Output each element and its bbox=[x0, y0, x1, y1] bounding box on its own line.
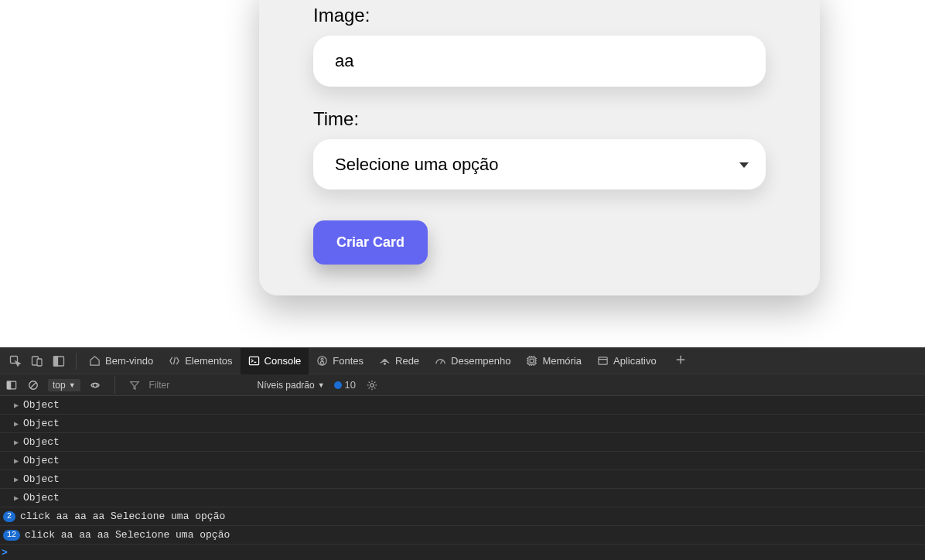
console-row-object[interactable]: ▶Object bbox=[0, 396, 925, 415]
console-output: ▶Object▶Object▶Object▶Object▶Object▶Obje… bbox=[0, 396, 925, 560]
tab-welcome-label: Bem-vindo bbox=[105, 355, 153, 367]
inspect-icon[interactable] bbox=[9, 355, 22, 367]
console-row-object[interactable]: ▶Object bbox=[0, 489, 925, 507]
tab-network[interactable]: Rede bbox=[371, 348, 427, 374]
object-label: Object bbox=[23, 473, 60, 485]
svg-rect-4 bbox=[54, 357, 58, 366]
issues-count: 10 bbox=[345, 379, 356, 391]
expand-arrow-icon[interactable]: ▶ bbox=[14, 456, 19, 466]
tab-elements[interactable]: Elementos bbox=[161, 348, 240, 374]
chevron-down-icon: ▼ bbox=[318, 381, 325, 389]
console-filter-input[interactable] bbox=[149, 380, 211, 391]
console-row-object[interactable]: ▶Object bbox=[0, 470, 925, 489]
svg-rect-9 bbox=[528, 357, 535, 364]
console-toolbar: top ▼ Níveis padrão ▼ 10 bbox=[0, 374, 925, 396]
tab-welcome[interactable]: Bem-vindo bbox=[81, 348, 161, 374]
separator bbox=[76, 353, 77, 370]
clear-console-icon[interactable] bbox=[26, 380, 40, 391]
devtools-panel: Bem-vindo Elementos Console Fontes Rede … bbox=[0, 347, 925, 560]
page-area: Image: Time: Selecione uma opção Criar C… bbox=[0, 0, 925, 347]
add-tab-button[interactable] bbox=[669, 354, 692, 367]
expand-arrow-icon[interactable]: ▶ bbox=[14, 401, 19, 410]
object-label: Object bbox=[23, 455, 60, 466]
tab-application[interactable]: Aplicativo bbox=[589, 348, 664, 374]
tab-console-label: Console bbox=[265, 355, 302, 367]
card-form: Image: Time: Selecione uma opção Criar C… bbox=[259, 0, 820, 295]
tab-application-label: Aplicativo bbox=[613, 355, 657, 367]
device-toggle-icon[interactable] bbox=[31, 355, 43, 367]
object-label: Object bbox=[23, 418, 60, 429]
console-row-object[interactable]: ▶Object bbox=[0, 452, 925, 470]
svg-rect-13 bbox=[7, 381, 10, 389]
live-expression-icon[interactable] bbox=[88, 380, 102, 391]
svg-point-7 bbox=[321, 358, 323, 360]
console-prompt[interactable]: > bbox=[0, 545, 925, 560]
svg-point-8 bbox=[384, 363, 386, 364]
context-label: top bbox=[53, 380, 66, 391]
tab-performance[interactable]: Desempenho bbox=[427, 348, 518, 374]
tab-memory[interactable]: Memória bbox=[518, 348, 589, 374]
levels-label: Níveis padrão bbox=[258, 380, 315, 391]
svg-rect-11 bbox=[599, 357, 607, 364]
svg-rect-5 bbox=[249, 357, 258, 364]
time-select[interactable]: Selecione uma opção bbox=[313, 139, 766, 190]
tab-elements-label: Elementos bbox=[185, 355, 232, 367]
console-row-log[interactable]: 2click aa aa aa Selecione uma opção bbox=[0, 507, 925, 526]
log-text: click aa aa aa Selecione uma opção bbox=[20, 510, 225, 522]
svg-point-16 bbox=[370, 383, 374, 386]
separator bbox=[114, 377, 115, 394]
object-label: Object bbox=[23, 492, 60, 504]
dock-side-icon[interactable] bbox=[53, 355, 65, 367]
filter-icon bbox=[128, 380, 142, 391]
log-count-badge: 12 bbox=[3, 530, 20, 541]
svg-point-15 bbox=[93, 383, 97, 387]
tab-memory-label: Memória bbox=[542, 355, 582, 367]
log-count-badge: 2 bbox=[3, 511, 15, 522]
image-label: Image: bbox=[313, 5, 766, 26]
tab-network-label: Rede bbox=[395, 355, 419, 367]
tab-sources-label: Fontes bbox=[333, 355, 364, 367]
expand-arrow-icon[interactable]: ▶ bbox=[14, 438, 19, 447]
tab-sources[interactable]: Fontes bbox=[309, 348, 371, 374]
tab-performance-label: Desempenho bbox=[451, 355, 510, 367]
console-row-object[interactable]: ▶Object bbox=[0, 415, 925, 433]
devtools-tabs: Bem-vindo Elementos Console Fontes Rede … bbox=[0, 348, 925, 374]
log-levels-selector[interactable]: Níveis padrão ▼ bbox=[258, 380, 325, 391]
console-row-log[interactable]: 12click aa aa aa Selecione uma opção bbox=[0, 526, 925, 545]
expand-arrow-icon[interactable]: ▶ bbox=[14, 493, 19, 503]
svg-rect-2 bbox=[37, 359, 42, 366]
toggle-sidebar-icon[interactable] bbox=[5, 380, 19, 391]
log-text: click aa aa aa Selecione uma opção bbox=[25, 529, 230, 541]
create-card-button[interactable]: Criar Card bbox=[313, 220, 428, 265]
console-row-object[interactable]: ▶Object bbox=[0, 433, 925, 452]
object-label: Object bbox=[23, 399, 60, 411]
image-input[interactable] bbox=[313, 36, 766, 87]
svg-rect-10 bbox=[531, 359, 534, 363]
chevron-down-icon: ▼ bbox=[69, 381, 76, 389]
issues-indicator[interactable]: 10 bbox=[333, 379, 357, 391]
expand-arrow-icon[interactable]: ▶ bbox=[14, 419, 19, 429]
time-label: Time: bbox=[313, 108, 766, 130]
expand-arrow-icon[interactable]: ▶ bbox=[14, 475, 19, 484]
tab-console[interactable]: Console bbox=[241, 348, 309, 374]
console-settings-icon[interactable] bbox=[365, 380, 379, 391]
object-label: Object bbox=[23, 436, 60, 448]
context-selector[interactable]: top ▼ bbox=[48, 379, 80, 391]
